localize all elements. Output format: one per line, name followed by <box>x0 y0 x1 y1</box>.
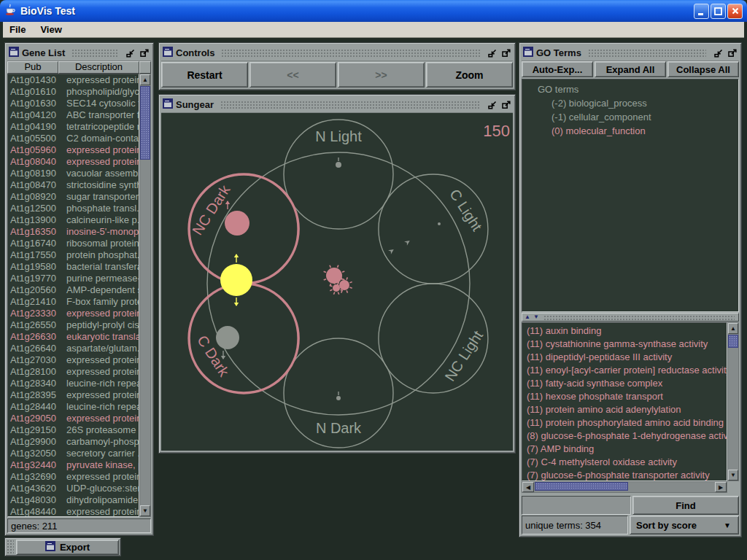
table-row[interactable]: At1g28100expressed protein... <box>8 366 139 378</box>
table-row[interactable]: At1g20560AMP-dependent s... <box>8 284 139 296</box>
table-row[interactable]: At1g32050secretory carrier ... <box>8 448 139 459</box>
sort-dropdown[interactable]: Sort by score ▼ <box>630 516 739 534</box>
table-row[interactable]: At1g28340leucine-rich repea... <box>8 378 139 389</box>
scrollbar-track[interactable] <box>140 85 150 505</box>
toolbar-grip[interactable] <box>7 540 14 554</box>
sungear-vessel-dart[interactable] <box>404 238 411 246</box>
table-row[interactable]: At1g12500phosphate transl... <box>8 203 139 214</box>
scroll-down-button[interactable]: ▼ <box>728 470 738 481</box>
table-row[interactable]: At1g01610phospholipid/glyc... <box>8 86 139 98</box>
table-row[interactable]: At1g21410F-box family protei... <box>8 296 139 308</box>
table-row[interactable]: At1g17550protein phosphat... <box>8 249 139 261</box>
scroll-down-button[interactable]: ▼ <box>140 505 150 516</box>
tree-node[interactable]: (-2) biological_process <box>522 96 738 110</box>
table-row[interactable]: At1g32440pyruvate kinase, p... <box>8 459 139 471</box>
expand-all-button[interactable]: Expand All <box>595 61 666 77</box>
find-button[interactable]: Find <box>632 496 739 515</box>
window-maximize-button[interactable] <box>711 4 726 19</box>
auto-expand-button[interactable]: Auto-Exp... <box>522 61 593 77</box>
scrollbar-track[interactable] <box>534 482 715 492</box>
sungear-vessel-dart[interactable] <box>388 247 395 254</box>
table-row[interactable]: At1g32690expressed protein... <box>8 471 139 483</box>
sungear-anchor-label[interactable]: N Dark <box>316 420 362 436</box>
sungear-anchor-label[interactable]: C Light <box>446 186 485 233</box>
table-row[interactable]: At1g13900calcineurin-like p... <box>8 214 139 226</box>
table-row[interactable]: At1g01630SEC14 cytosolic f... <box>8 98 139 109</box>
restart-button[interactable]: Restart <box>161 62 248 88</box>
table-row[interactable]: At1g16740ribosomal protein... <box>8 238 139 249</box>
go-term-item[interactable]: (11) fatty-acid synthase complex <box>522 377 727 390</box>
go-term-item[interactable]: (7) glucose-6-phosphate transporter acti… <box>522 469 727 481</box>
column-header-pub[interactable]: Pub <box>7 61 58 74</box>
table-row[interactable]: At1g08190vacuolar assembl... <box>8 168 139 179</box>
go-term-item[interactable]: (11) protein amino acid adenylylation <box>522 403 727 416</box>
tree-node[interactable]: (-1) cellular_component <box>522 110 738 124</box>
go-term-item[interactable]: (11) dipeptidyl-peptidase III activity <box>522 351 727 364</box>
window-close-button[interactable] <box>727 4 743 19</box>
frame-maximize-icon[interactable] <box>500 99 511 110</box>
sungear-anchor-label[interactable]: N Light <box>315 128 362 144</box>
sungear-canvas[interactable]: N LightC LightNC LightN DarkC DarkNC Dar… <box>161 113 513 451</box>
go-term-item[interactable]: (7) C-4 methylsterol oxidase activity <box>522 456 727 469</box>
scroll-up-button[interactable]: ▲ <box>140 74 150 85</box>
frame-maximize-icon[interactable] <box>139 47 150 58</box>
table-row[interactable]: At1g27030expressed protein... <box>8 354 139 366</box>
scroll-right-button[interactable]: ▶ <box>715 482 727 492</box>
table-row[interactable]: At1g04120ABC transporter f... <box>8 109 139 121</box>
frame-maximize-icon[interactable] <box>500 47 511 58</box>
menu-file[interactable]: File <box>9 24 26 35</box>
table-row[interactable]: At1g19770purine permease-... <box>8 273 139 284</box>
sungear-vessel[interactable] <box>216 326 239 349</box>
table-row[interactable]: At1g26630eukaryotic translat... <box>8 331 139 343</box>
table-row[interactable]: At1g2915026S proteasome r... <box>8 424 139 436</box>
table-row[interactable]: At1g08470strictosidine synth... <box>8 179 139 191</box>
scrollbar-thumb[interactable] <box>535 482 628 491</box>
table-row[interactable]: At1g26640aspartate/glutam... <box>8 343 139 354</box>
go-list-vertical-scrollbar[interactable]: ▲ ▼ <box>727 322 739 481</box>
window-minimize-button[interactable] <box>694 4 709 19</box>
go-term-item[interactable]: (11) protein phosphorylated amino acid b… <box>522 416 727 429</box>
gene-list-titlebar[interactable]: Gene List <box>7 45 151 61</box>
scrollbar-track[interactable] <box>728 334 738 470</box>
sungear-vessel-gear[interactable] <box>326 268 342 284</box>
frame-minimize-icon[interactable] <box>713 47 724 58</box>
table-row[interactable]: At1g19580bacterial transfera... <box>8 261 139 273</box>
table-row[interactable]: At1g48440expressed protein... <box>8 506 139 517</box>
table-row[interactable]: At1g08040expressed protein... <box>8 156 139 168</box>
table-row[interactable]: At1g23330expressed protein... <box>8 308 139 319</box>
go-term-item[interactable]: (7) AMP binding <box>522 443 727 456</box>
sungear-vessel[interactable] <box>225 211 249 236</box>
frame-maximize-icon[interactable] <box>727 47 738 58</box>
controls-titlebar[interactable]: Controls <box>161 45 513 61</box>
scroll-up-button[interactable]: ▲ <box>728 323 738 334</box>
scrollbar-thumb[interactable] <box>140 86 150 160</box>
table-row[interactable]: At1g29900carbamoyl-phosp... <box>8 436 139 448</box>
export-button[interactable]: Export <box>16 540 119 555</box>
sungear-vessel-dot[interactable] <box>336 162 341 168</box>
splitpane-divider[interactable]: ▲ ▼ <box>522 313 739 322</box>
zoom-button[interactable]: Zoom <box>426 62 513 88</box>
go-term-item[interactable]: (11) enoyl-[acyl-carrier protein] reduct… <box>522 364 727 377</box>
sungear-canvas-svg[interactable]: N LightC LightNC LightN DarkC DarkNC Dar… <box>161 113 513 451</box>
frame-minimize-icon[interactable] <box>487 47 498 58</box>
sungear-vessel[interactable] <box>220 264 252 296</box>
table-row[interactable]: At1g16350inosine-5'-monop... <box>8 226 139 238</box>
sungear-vessel-dot[interactable] <box>438 222 441 225</box>
go-terms-titlebar[interactable]: GO Terms <box>522 45 739 61</box>
frame-minimize-icon[interactable] <box>125 47 136 58</box>
go-term-item[interactable]: (11) auxin binding <box>522 324 727 338</box>
table-row[interactable]: At1g08920sugar transporter,... <box>8 191 139 203</box>
split-collapse-down-icon[interactable]: ▼ <box>533 314 539 320</box>
table-row[interactable]: At1g26550peptidyl-prolyl cis-... <box>8 319 139 331</box>
go-term-item[interactable]: (8) glucose-6-phosphate 1-dehydrogenase … <box>522 429 727 443</box>
column-header-description[interactable]: Description <box>58 61 139 74</box>
table-row[interactable]: At1g05960expressed protein... <box>8 144 139 156</box>
table-row[interactable]: At1g28395expressed protein... <box>8 389 139 401</box>
go-list-horizontal-scrollbar[interactable]: ◀ ▶ <box>522 481 727 493</box>
split-collapse-up-icon[interactable]: ▲ <box>525 314 530 320</box>
window-titlebar[interactable]: BioVis Test <box>0 0 747 22</box>
table-row[interactable]: At1g28440leucine-rich repea... <box>8 401 139 413</box>
frame-minimize-icon[interactable] <box>487 99 498 110</box>
sungear-titlebar[interactable]: Sungear <box>161 97 513 113</box>
scroll-left-button[interactable]: ◀ <box>522 482 534 492</box>
